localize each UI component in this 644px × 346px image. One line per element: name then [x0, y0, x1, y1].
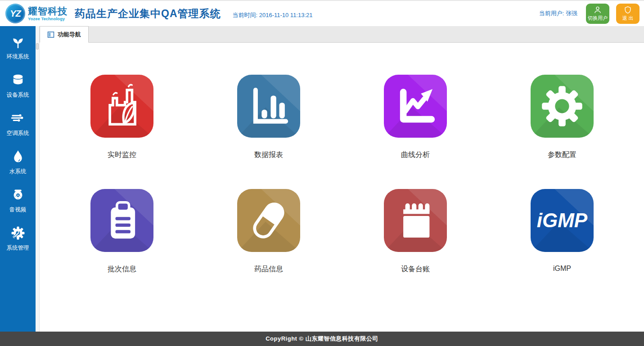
app-grid: 实时监控 数据报表	[40, 43, 644, 332]
panel-layout-icon	[47, 31, 54, 38]
app-label: 实时监控	[108, 150, 136, 160]
header-right: 当前用户: 张强 切换用户 退 出	[539, 4, 639, 24]
sidebar-item-equipment[interactable]: 设备系统	[0, 72, 36, 110]
person-icon	[593, 5, 602, 14]
tab-label: 功能导航	[58, 31, 81, 39]
app-label: 参数配置	[548, 150, 576, 160]
igmp-logo: iGMP	[537, 209, 587, 232]
gear-icon	[537, 81, 587, 131]
shield-icon	[623, 5, 632, 14]
calendar-icon	[390, 195, 441, 246]
app-tile-drug-info[interactable]	[237, 189, 300, 252]
camera-icon	[9, 186, 27, 203]
brand-logo: YZ 耀智科技 Yozee Technology	[5, 4, 68, 23]
gear-wrench-icon	[9, 225, 27, 242]
factory-leaf-icon	[97, 81, 147, 131]
app-tile-realtime-monitoring[interactable]	[90, 75, 153, 138]
sidebar-item-label: 空调系统	[7, 130, 29, 137]
app-label: 设备台账	[401, 265, 430, 274]
page: YZ 耀智科技 Yozee Technology 药品生产企业集中QA管理系统 …	[0, 0, 644, 346]
switch-user-label: 切换用户	[588, 15, 608, 22]
scrollbar-track[interactable]	[36, 26, 40, 332]
switch-user-button[interactable]: 切换用户	[586, 4, 609, 24]
title-row: 药品生产企业集中QA管理系统 当前时间: 2016-11-10 11:13:21	[68, 7, 313, 21]
wind-icon	[9, 110, 27, 127]
sidebar-item-water[interactable]: 水系统	[0, 148, 36, 186]
clipboard-icon	[97, 195, 147, 246]
bar-chart-icon	[243, 81, 294, 131]
sidebar-item-label: 环境系统	[7, 53, 29, 61]
app-cell: 数据报表	[195, 75, 342, 160]
app-cell: 批次信息	[49, 189, 195, 274]
app-cell: 参数配置	[489, 75, 635, 160]
app-tile-parameter-config[interactable]	[531, 75, 594, 138]
sidebar: 环境系统 设备系统 空调系统	[0, 26, 36, 332]
scrollbar-thumb[interactable]	[36, 43, 39, 49]
water-drop-icon	[9, 148, 27, 165]
app-cell: 实时监控	[49, 75, 195, 160]
logo-monogram-icon: YZ	[5, 4, 25, 23]
app-label: iGMP	[553, 265, 571, 273]
logo-monogram: YZ	[10, 9, 21, 19]
logout-button[interactable]: 退 出	[616, 4, 639, 24]
app-cell: 设备台账	[342, 189, 489, 274]
main: 功能导航 实时监控	[40, 26, 644, 332]
app-cell: 药品信息	[195, 189, 342, 274]
sidebar-item-environment[interactable]: 环境系统	[0, 33, 36, 72]
app-cell: iGMP iGMP	[489, 189, 635, 274]
sidebar-item-label: 水系统	[9, 168, 27, 175]
app-tile-curve-analysis[interactable]	[384, 75, 447, 138]
logout-label: 退 出	[622, 15, 633, 22]
app-label: 药品信息	[254, 265, 283, 274]
brand-name-en: Yozee Technology	[28, 17, 68, 21]
middle: 环境系统 设备系统 空调系统	[0, 26, 644, 332]
sidebar-item-system-admin[interactable]: 系统管理	[0, 225, 36, 263]
sidebar-item-label: 系统管理	[7, 244, 29, 252]
trend-arrow-icon	[390, 81, 441, 131]
drum-icon	[9, 72, 27, 89]
seedling-icon	[9, 33, 27, 50]
sidebar-item-hvac[interactable]: 空调系统	[0, 110, 36, 148]
tab-function-nav[interactable]: 功能导航	[40, 26, 89, 43]
current-user: 当前用户: 张强	[539, 9, 577, 18]
brand-text: 耀智科技 Yozee Technology	[28, 6, 68, 21]
header: YZ 耀智科技 Yozee Technology 药品生产企业集中QA管理系统 …	[0, 0, 644, 26]
page-title: 药品生产企业集中QA管理系统	[75, 7, 221, 21]
app-tile-batch-info[interactable]	[90, 189, 153, 252]
sidebar-item-audio-video[interactable]: 音视频	[0, 186, 36, 225]
brand-name-cn: 耀智科技	[28, 6, 68, 16]
sidebar-item-label: 音视频	[9, 206, 27, 214]
app-label: 数据报表	[254, 150, 283, 160]
app-label: 批次信息	[108, 265, 136, 274]
current-time: 当前时间: 2016-11-10 11:13:21	[233, 11, 313, 19]
app-label: 曲线分析	[401, 150, 430, 160]
app-tile-equipment-ledger[interactable]	[384, 189, 447, 252]
app-tile-data-report[interactable]	[237, 75, 300, 138]
app-tile-igmp[interactable]: iGMP	[531, 189, 594, 252]
footer: CopyRight © 山东耀智信息科技有限公司	[0, 332, 644, 346]
sidebar-item-label: 设备系统	[7, 91, 29, 99]
copyright-text: CopyRight © 山东耀智信息科技有限公司	[266, 335, 378, 343]
tab-bar: 功能导航	[40, 26, 644, 43]
app-cell: 曲线分析	[342, 75, 489, 160]
capsule-icon	[243, 195, 294, 246]
